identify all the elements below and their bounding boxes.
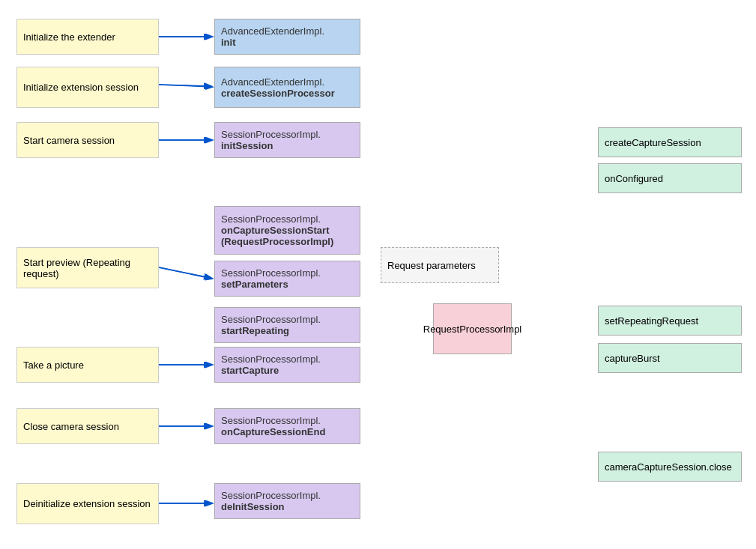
box-start-camera: Start camera session <box>16 122 159 158</box>
box-request-params: Request parameters <box>381 247 499 283</box>
box-req-proc: RequestProcessorImpl <box>433 303 512 354</box>
box-sess-oncapture-method2: (RequestProcessorImpl) <box>221 236 354 247</box>
box-start-preview-label: Start preview (Repeating request) <box>23 257 152 279</box>
box-req-proc-label: RequestProcessorImpl <box>423 324 522 335</box>
box-adv-init: AdvancedExtenderImpl. init <box>214 19 360 55</box>
box-sess-startrepeat-method: startRepeating <box>221 325 354 336</box>
box-sess-oncapture-method1: onCaptureSessionStart <box>221 225 354 236</box>
svg-line-8 <box>159 85 211 86</box>
box-init-session: Initialize extension session <box>16 67 159 108</box>
box-sess-deinit-method: deInitSession <box>221 501 354 512</box>
box-adv-create: AdvancedExtenderImpl. createSessionProce… <box>214 67 360 108</box>
svg-line-1 <box>159 85 212 87</box>
box-deinit-session: Deinitialize extension session <box>16 483 159 524</box>
box-take-picture: Take a picture <box>16 347 159 383</box>
svg-line-3 <box>159 267 212 279</box>
box-set-repeating: setRepeatingRequest <box>598 306 742 336</box>
box-sess-oncaptureend-method: onCaptureSessionEnd <box>221 426 354 437</box>
box-start-preview: Start preview (Repeating request) <box>16 247 159 288</box>
box-sess-startcap-method: startCapture <box>221 365 354 376</box>
box-camera-close-label: cameraCaptureSession.close <box>605 461 735 473</box>
box-sess-startrepeat-title: SessionProcessorImpl. <box>221 314 354 325</box>
box-deinit-session-label: Deinitialize extension session <box>23 498 152 509</box>
box-adv-create-title: AdvancedExtenderImpl. <box>221 76 354 88</box>
box-adv-init-method: init <box>221 37 354 48</box>
box-sess-init-title: SessionProcessorImpl. <box>221 129 354 140</box>
box-init-extender-label: Initialize the extender <box>23 31 152 43</box>
box-sess-oncaptureend: SessionProcessorImpl. onCaptureSessionEn… <box>214 408 360 444</box>
box-init-extender: Initialize the extender <box>16 19 159 55</box>
box-on-configured-label: onConfigured <box>605 173 735 184</box>
box-sess-setparams: SessionProcessorImpl. setParameters <box>214 261 360 297</box>
box-sess-startcap: SessionProcessorImpl. startCapture <box>214 347 360 383</box>
box-capture-burst: captureBurst <box>598 343 742 373</box>
box-start-camera-label: Start camera session <box>23 135 152 146</box>
box-init-session-label: Initialize extension session <box>23 82 152 93</box>
box-request-params-label: Request parameters <box>387 260 492 271</box>
box-adv-create-method: createSessionProcessor <box>221 88 354 99</box>
box-sess-oncapture: SessionProcessorImpl. onCaptureSessionSt… <box>214 206 360 255</box>
box-sess-deinit: SessionProcessorImpl. deInitSession <box>214 483 360 519</box>
box-close-camera-label: Close camera session <box>23 421 152 432</box>
box-capture-burst-label: captureBurst <box>605 353 735 364</box>
box-sess-deinit-title: SessionProcessorImpl. <box>221 490 354 501</box>
box-sess-init: SessionProcessorImpl. initSession <box>214 122 360 158</box>
box-set-repeating-label: setRepeatingRequest <box>605 315 735 327</box>
box-adv-init-title: AdvancedExtenderImpl. <box>221 25 354 37</box>
box-on-configured: onConfigured <box>598 163 742 193</box>
box-create-capture: createCaptureSession <box>598 127 742 157</box>
box-sess-startcap-title: SessionProcessorImpl. <box>221 354 354 365</box>
box-take-picture-label: Take a picture <box>23 360 152 371</box>
box-sess-oncaptureend-title: SessionProcessorImpl. <box>221 415 354 426</box>
box-sess-setparams-title: SessionProcessorImpl. <box>221 267 354 279</box>
box-sess-setparams-method: setParameters <box>221 279 354 290</box>
box-sess-init-method: initSession <box>221 140 354 151</box>
box-sess-oncapture-title: SessionProcessorImpl. <box>221 213 354 225</box>
box-sess-startrepeat: SessionProcessorImpl. startRepeating <box>214 307 360 343</box>
box-camera-close: cameraCaptureSession.close <box>598 452 742 482</box>
box-close-camera: Close camera session <box>16 408 159 444</box>
svg-line-10 <box>159 267 211 278</box>
diagram: Initialize the extender Initialize exten… <box>0 0 756 549</box>
box-create-capture-label: createCaptureSession <box>605 137 735 148</box>
